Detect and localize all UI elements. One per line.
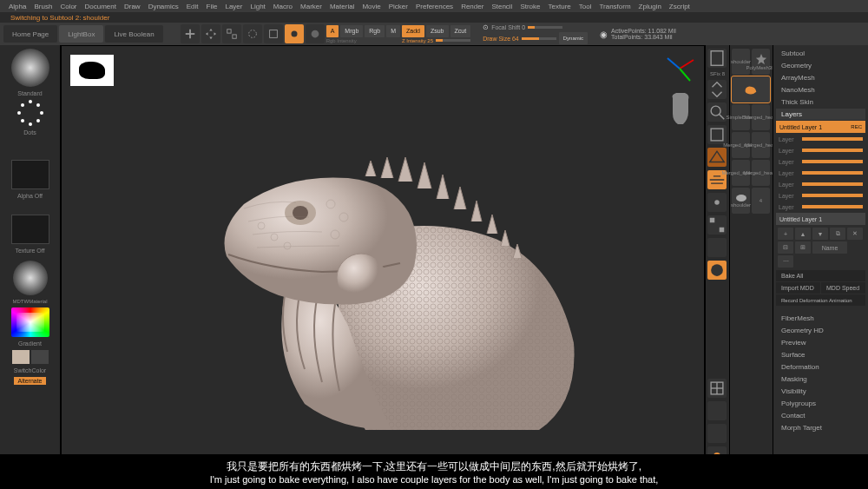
menu-file[interactable]: File bbox=[207, 3, 218, 10]
move-icon[interactable] bbox=[201, 24, 220, 43]
layer-row-3[interactable]: Layer bbox=[776, 156, 865, 167]
panel-arraymesh[interactable]: ArrayMesh bbox=[776, 72, 865, 83]
layer-down-button[interactable]: ▼ bbox=[812, 228, 828, 240]
menu-picker[interactable]: Picker bbox=[389, 3, 408, 10]
layer-split-button[interactable]: ⊟ bbox=[778, 241, 793, 254]
panel-geohd[interactable]: Geometry HD bbox=[776, 325, 865, 336]
menu-render[interactable]: Render bbox=[461, 3, 483, 10]
menu-stroke[interactable]: Stroke bbox=[520, 3, 540, 10]
subtool-polymesh[interactable]: PolyMesh3D bbox=[752, 49, 770, 75]
gradient-label[interactable]: Gradient bbox=[18, 340, 42, 347]
panel-polygroups[interactable]: Polygroups bbox=[776, 398, 865, 409]
transp-icon[interactable] bbox=[707, 424, 727, 443]
subtool-4[interactable]: 4 bbox=[752, 188, 770, 214]
panel-preview[interactable]: Preview bbox=[776, 337, 865, 348]
lightbox-button[interactable]: LightBox bbox=[59, 25, 103, 43]
panel-visibility[interactable]: Visibility bbox=[776, 386, 865, 397]
import-mdd-button[interactable]: Import MDD bbox=[776, 282, 820, 294]
panel-deformation[interactable]: Deformation bbox=[776, 361, 865, 373]
layer-row-7[interactable]: Layer bbox=[776, 202, 865, 212]
doc-thumb[interactable] bbox=[70, 55, 114, 86]
menu-zscript[interactable]: Zscript bbox=[669, 3, 690, 10]
rgb-chip[interactable]: Rgb bbox=[365, 25, 385, 37]
layer-name-button[interactable]: Name bbox=[812, 241, 847, 254]
layer-untitled-1[interactable]: Untitled Layer 1 REC bbox=[776, 121, 865, 133]
panel-layers[interactable]: Layers bbox=[776, 109, 865, 120]
brush-thumb[interactable] bbox=[11, 49, 49, 87]
polyframe-icon[interactable] bbox=[707, 379, 727, 398]
menu-zplugin[interactable]: Zplugin bbox=[639, 3, 661, 10]
camera-head-icon[interactable] bbox=[662, 89, 697, 131]
panel-contact[interactable]: Contact bbox=[776, 410, 865, 421]
menu-draw[interactable]: Draw bbox=[124, 3, 141, 10]
frame-all-icon[interactable] bbox=[707, 215, 727, 235]
live-boolean-button[interactable]: Live Boolean bbox=[105, 25, 162, 43]
panel-geometry[interactable]: Geometry bbox=[776, 60, 865, 71]
home-button[interactable]: Home Page bbox=[3, 25, 57, 43]
actual-icon[interactable] bbox=[707, 125, 727, 144]
nav-gizmo[interactable] bbox=[664, 53, 695, 84]
focal-shift-slider[interactable] bbox=[528, 26, 562, 29]
mrgb-chip[interactable]: Mrgb bbox=[340, 25, 363, 37]
menu-layer[interactable]: Layer bbox=[225, 3, 242, 10]
panel-subtool[interactable]: Subtool bbox=[776, 48, 865, 59]
menu-transform[interactable]: Transform bbox=[599, 3, 630, 10]
local-icon[interactable] bbox=[707, 193, 727, 212]
swatch-secondary[interactable] bbox=[31, 350, 49, 364]
zsub-chip[interactable]: Zsub bbox=[426, 25, 449, 37]
layer-row-6[interactable]: Layer bbox=[776, 190, 865, 201]
layer-row-5[interactable]: Layer bbox=[776, 179, 865, 189]
layer-merge-button[interactable]: ⊞ bbox=[795, 241, 811, 254]
menu-light[interactable]: Light bbox=[250, 3, 265, 10]
scale-icon[interactable] bbox=[222, 24, 241, 43]
material-thumb[interactable] bbox=[13, 261, 48, 295]
gizmo-icon[interactable] bbox=[181, 24, 200, 43]
a-chip[interactable]: A bbox=[326, 25, 339, 37]
mdd-speed[interactable]: MDD Speed bbox=[821, 282, 865, 294]
doc-icon[interactable] bbox=[707, 49, 727, 68]
persp-icon[interactable] bbox=[707, 148, 727, 167]
panel-morph[interactable]: Morph Target bbox=[776, 422, 865, 433]
layer-new-button[interactable]: + bbox=[778, 228, 793, 240]
xpose-icon[interactable] bbox=[707, 238, 727, 257]
frame-icon[interactable] bbox=[264, 24, 283, 43]
menu-alpha[interactable]: Alpha bbox=[9, 3, 26, 10]
sculpt-mode-icon[interactable] bbox=[285, 24, 304, 43]
record-deformation[interactable]: Record Deformation Animation bbox=[776, 294, 865, 306]
subtool-active[interactable] bbox=[732, 76, 770, 102]
switch-color[interactable]: SwitchColor bbox=[14, 367, 46, 373]
menu-stencil[interactable]: Stencil bbox=[491, 3, 512, 10]
swatch-main[interactable] bbox=[12, 350, 30, 364]
panel-nanomesh[interactable]: NanoMesh bbox=[776, 84, 865, 96]
alpha-thumb[interactable] bbox=[11, 160, 49, 189]
sphere-icon[interactable] bbox=[306, 24, 325, 43]
layer-dup-button[interactable]: ⧉ bbox=[830, 228, 845, 240]
viewport[interactable] bbox=[61, 45, 705, 469]
menu-tool[interactable]: Tool bbox=[579, 3, 592, 10]
scroll-icon[interactable] bbox=[707, 80, 727, 99]
menu-color[interactable]: Color bbox=[60, 3, 76, 10]
z-intensity-label[interactable]: Z Intensity 25 bbox=[402, 38, 433, 43]
subtool-shoulder-top[interactable]: shoulder bbox=[732, 49, 750, 75]
zoom-icon[interactable] bbox=[707, 102, 727, 122]
menu-marker[interactable]: Marker bbox=[300, 3, 322, 10]
layer-more-button[interactable]: ⋯ bbox=[778, 255, 793, 268]
layer-row-4[interactable]: Layer bbox=[776, 168, 865, 178]
layer-untitled-2[interactable]: Untitled Layer 1 bbox=[776, 213, 865, 225]
menu-dynamics[interactable]: Dynamics bbox=[148, 3, 179, 10]
menu-edit[interactable]: Edit bbox=[187, 3, 199, 10]
panel-surface[interactable]: Surface bbox=[776, 349, 865, 360]
menu-macro[interactable]: Macro bbox=[273, 3, 293, 10]
draw-size-slider[interactable] bbox=[522, 37, 556, 40]
focal-shift-label[interactable]: Focal Shift 0 bbox=[491, 24, 525, 30]
panel-thickskin[interactable]: Thick Skin bbox=[776, 96, 865, 108]
rotate-icon[interactable] bbox=[243, 24, 262, 43]
subtool-merged-head1[interactable]: Merged_head1 bbox=[752, 160, 770, 186]
zcut-chip[interactable]: Zcut bbox=[450, 25, 471, 37]
menu-texture[interactable]: Texture bbox=[549, 3, 571, 10]
color-picker[interactable] bbox=[11, 307, 49, 337]
menu-movie[interactable]: Movie bbox=[362, 3, 380, 10]
subtool-merged-head2[interactable]: Merged_head bbox=[752, 132, 770, 158]
layer-up-button[interactable]: ▲ bbox=[795, 228, 811, 240]
panel-masking[interactable]: Masking bbox=[776, 373, 865, 385]
